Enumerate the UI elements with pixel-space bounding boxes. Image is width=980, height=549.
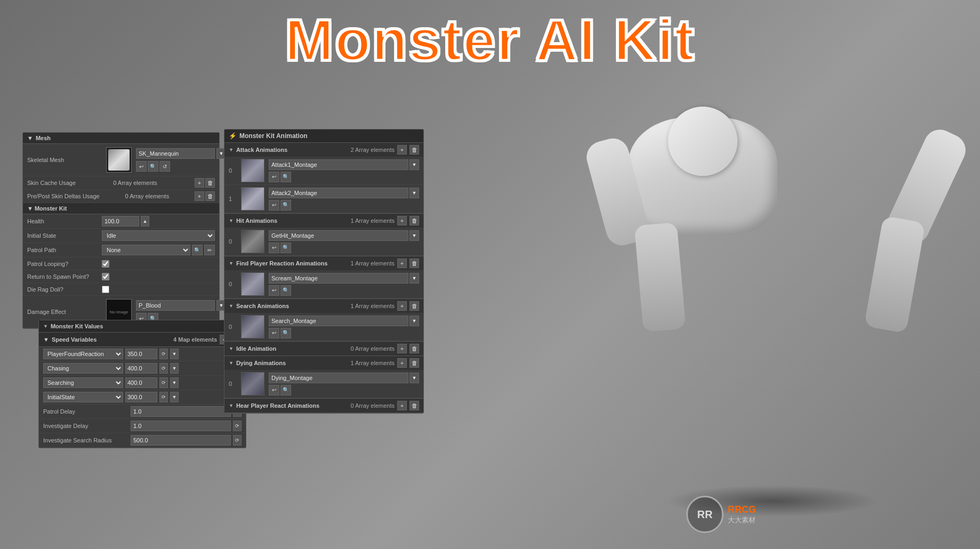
mesh-back-btn[interactable]: ↩ bbox=[136, 161, 147, 172]
findplayer-dropdown-0[interactable]: ▼ bbox=[409, 273, 419, 284]
initial-state-select[interactable]: Idle Patrol bbox=[102, 230, 215, 241]
attack-dropdown-1[interactable]: ▼ bbox=[409, 188, 419, 198]
anim-panel-header: ⚡ Monster Kit Animation bbox=[224, 130, 423, 143]
mesh-panel: ▼ Mesh Skeletal Mesh ▼ ↩ 🔍 ↺ bbox=[22, 132, 220, 329]
attack-name-input-0[interactable] bbox=[269, 159, 408, 170]
prepost-del-btn[interactable]: 🗑 bbox=[205, 191, 215, 201]
search-section-header[interactable]: ▼ Search Animations 1 Array elements + 🗑 bbox=[224, 299, 423, 313]
speed-spin-2[interactable]: ⟳ bbox=[159, 377, 168, 388]
hit-dropdown-0[interactable]: ▼ bbox=[409, 230, 419, 241]
mesh-name-input[interactable] bbox=[136, 148, 215, 159]
watermark-text: RRCG 大大素材 bbox=[728, 504, 756, 525]
hearplayer-del-btn[interactable]: 🗑 bbox=[409, 401, 419, 410]
speed-key-0[interactable]: PlayerFoundReaction bbox=[43, 349, 123, 359]
search-count: 1 Array elements bbox=[350, 303, 395, 309]
skin-cache-del-btn[interactable]: 🗑 bbox=[205, 178, 215, 188]
speed-key-2[interactable]: Searching bbox=[43, 377, 123, 388]
dying-animations-section: ▼ Dying Animations 1 Array elements + 🗑 … bbox=[224, 356, 423, 399]
findplayer-name-input-0[interactable] bbox=[269, 273, 408, 284]
dying-section-right: 1 Array elements + 🗑 bbox=[350, 358, 419, 368]
speed-spin-3[interactable]: ⟳ bbox=[159, 392, 168, 402]
speed-arr-2[interactable]: ▼ bbox=[170, 377, 179, 388]
findplayer-back-btn-0[interactable]: ↩ bbox=[269, 285, 279, 296]
investigate-delay-input[interactable] bbox=[131, 421, 231, 431]
dying-dropdown-0[interactable]: ▼ bbox=[409, 373, 419, 383]
hit-del-btn[interactable]: 🗑 bbox=[409, 216, 419, 225]
speed-val-2[interactable] bbox=[125, 377, 157, 388]
attack-thumb-1 bbox=[241, 187, 264, 211]
attack-section-header[interactable]: ▼ Attack Animations 2 Array elements + 🗑 bbox=[224, 143, 423, 157]
attack-search-btn-1[interactable]: 🔍 bbox=[280, 200, 291, 211]
dying-back-btn-0[interactable]: ↩ bbox=[269, 385, 279, 395]
watermark-logo-text: RR bbox=[697, 508, 713, 521]
hit-section-header[interactable]: ▼ Hit Animations 1 Array elements + 🗑 bbox=[224, 214, 423, 228]
search-name-input-0[interactable] bbox=[269, 316, 408, 326]
dying-del-btn[interactable]: 🗑 bbox=[409, 358, 419, 368]
attack-add-btn[interactable]: + bbox=[397, 145, 407, 155]
health-spin-btn[interactable]: ▲ bbox=[141, 216, 149, 227]
hearplayer-section-header[interactable]: ▼ Hear Player React Animations 0 Array e… bbox=[224, 399, 423, 413]
findplayer-search-btn-0[interactable]: 🔍 bbox=[280, 285, 291, 296]
dying-count: 1 Array elements bbox=[350, 360, 395, 366]
mesh-section-header: ▼ Mesh bbox=[23, 133, 219, 144]
speed-arr-3[interactable]: ▼ bbox=[170, 392, 179, 402]
speed-arr-1[interactable]: ▼ bbox=[170, 363, 179, 374]
investigate-radius-row: Investigate Search Radius ⟳ bbox=[39, 433, 246, 448]
investigate-radius-spin[interactable]: ⟳ bbox=[233, 435, 242, 446]
dying-add-btn[interactable]: + bbox=[397, 358, 407, 368]
damage-effect-input[interactable] bbox=[136, 300, 215, 311]
search-back-btn-0[interactable]: ↩ bbox=[269, 328, 279, 338]
hit-search-btn-0[interactable]: 🔍 bbox=[280, 243, 291, 253]
speed-arr-0[interactable]: ▼ bbox=[170, 349, 179, 359]
return-spawn-checkbox[interactable] bbox=[102, 273, 109, 280]
patrol-path-edit-btn[interactable]: ✏ bbox=[204, 245, 215, 255]
attack-back-btn-0[interactable]: ↩ bbox=[269, 172, 279, 182]
attack-back-btn-1[interactable]: ↩ bbox=[269, 200, 279, 211]
hearplayer-add-btn[interactable]: + bbox=[397, 401, 407, 410]
speed-val-3[interactable] bbox=[125, 392, 157, 402]
mesh-thumbnail bbox=[106, 147, 132, 173]
prepost-add-btn[interactable]: + bbox=[195, 191, 204, 201]
speed-key-1[interactable]: Chasing bbox=[43, 363, 123, 374]
hit-name-input-0[interactable] bbox=[269, 230, 408, 241]
search-dropdown-0[interactable]: ▼ bbox=[409, 316, 419, 326]
prepost-value: 0 Array elements bbox=[125, 193, 170, 199]
health-input[interactable] bbox=[102, 216, 139, 227]
attack-section-title: Attack Animations bbox=[236, 147, 287, 153]
patrol-path-select[interactable]: None bbox=[102, 245, 190, 255]
hit-back-btn-0[interactable]: ↩ bbox=[269, 243, 279, 253]
attack-anim-0: 0 ▼ ↩ 🔍 bbox=[224, 157, 423, 185]
patrol-path-search-btn[interactable]: 🔍 bbox=[192, 245, 203, 255]
speed-spin-1[interactable]: ⟳ bbox=[159, 363, 168, 374]
patrol-delay-input[interactable] bbox=[131, 406, 231, 417]
findplayer-section-header[interactable]: ▼ Find Player Reaction Animations 1 Arra… bbox=[224, 256, 423, 270]
findplayer-add-btn[interactable]: + bbox=[397, 259, 407, 268]
dying-section-header[interactable]: ▼ Dying Animations 1 Array elements + 🗑 bbox=[224, 356, 423, 370]
mesh-refresh-btn[interactable]: ↺ bbox=[159, 161, 170, 172]
search-search-btn-0[interactable]: 🔍 bbox=[280, 328, 291, 338]
investigate-radius-input[interactable] bbox=[131, 435, 231, 446]
findplayer-del-btn[interactable]: 🗑 bbox=[409, 259, 419, 268]
search-del-btn[interactable]: 🗑 bbox=[409, 301, 419, 311]
dying-name-input-0[interactable] bbox=[269, 373, 408, 383]
investigate-delay-spin[interactable]: ⟳ bbox=[233, 421, 242, 431]
mkv-panel: ▼ Monster Kit Values ▼ Speed Variables 4… bbox=[38, 320, 246, 448]
idle-section-header[interactable]: ▼ Idle Animation 0 Array elements + 🗑 bbox=[224, 342, 423, 356]
idle-add-btn[interactable]: + bbox=[397, 344, 407, 353]
dying-search-btn-0[interactable]: 🔍 bbox=[280, 385, 291, 395]
attack-name-input-1[interactable] bbox=[269, 188, 408, 198]
mesh-search-btn[interactable]: 🔍 bbox=[148, 161, 158, 172]
speed-val-1[interactable] bbox=[125, 363, 157, 374]
skin-cache-add-btn[interactable]: + bbox=[195, 178, 204, 188]
attack-del-btn[interactable]: 🗑 bbox=[409, 145, 419, 155]
attack-search-btn-0[interactable]: 🔍 bbox=[280, 172, 291, 182]
speed-spin-0[interactable]: ⟳ bbox=[159, 349, 168, 359]
speed-key-3[interactable]: InitialState bbox=[43, 392, 123, 402]
patrol-looping-checkbox[interactable] bbox=[102, 260, 109, 268]
idle-del-btn[interactable]: 🗑 bbox=[409, 344, 419, 353]
hit-add-btn[interactable]: + bbox=[397, 216, 407, 225]
die-ragdoll-checkbox[interactable] bbox=[102, 286, 109, 293]
attack-dropdown-0[interactable]: ▼ bbox=[409, 159, 419, 170]
search-add-btn[interactable]: + bbox=[397, 301, 407, 311]
speed-val-0[interactable] bbox=[125, 349, 157, 359]
